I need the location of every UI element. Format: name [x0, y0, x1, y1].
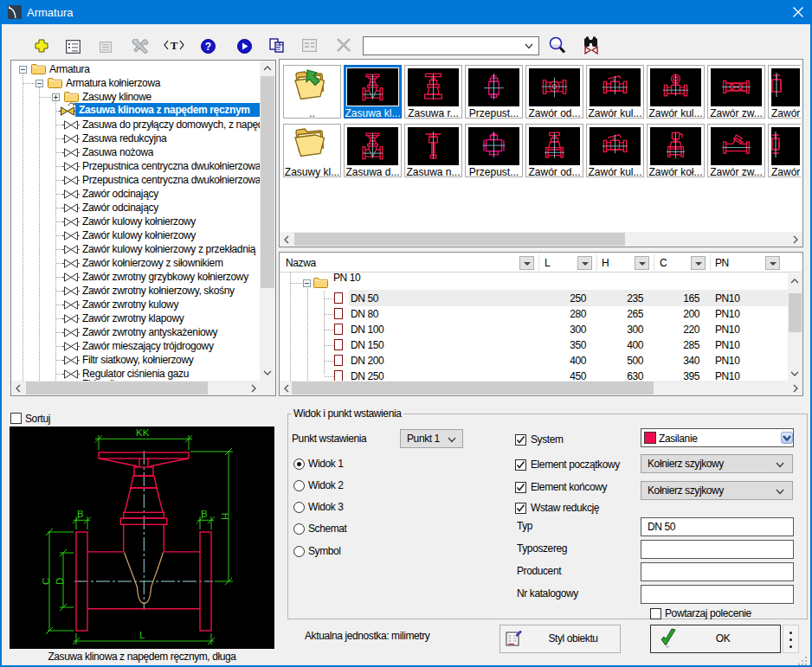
svg-text:B: B — [201, 509, 208, 519]
svg-text:T: T — [171, 40, 178, 50]
svg-text:?: ? — [205, 41, 211, 53]
svg-text:H: H — [220, 513, 230, 520]
svg-text:B: B — [77, 509, 84, 519]
svg-text:C: C — [41, 578, 51, 585]
svg-text:KK: KK — [136, 427, 150, 438]
svg-text:D: D — [55, 578, 65, 585]
svg-text:L: L — [139, 630, 145, 640]
